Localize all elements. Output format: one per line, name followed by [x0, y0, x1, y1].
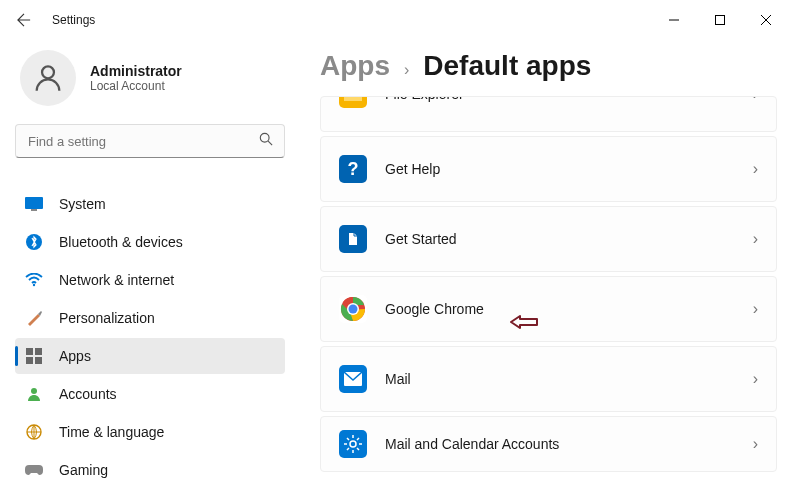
gaming-icon — [25, 461, 43, 479]
sidebar-item-label: Time & language — [59, 424, 164, 440]
sidebar-item-label: Bluetooth & devices — [59, 234, 183, 250]
search-input[interactable] — [15, 124, 285, 158]
sidebar-item-personalization[interactable]: Personalization — [15, 300, 285, 336]
chevron-right-icon: › — [753, 160, 758, 178]
svg-point-1 — [42, 66, 54, 78]
svg-rect-4 — [31, 209, 37, 211]
chevron-right-icon: › — [753, 230, 758, 248]
chevron-right-icon: › — [753, 370, 758, 388]
apps-icon — [25, 347, 43, 365]
app-card-get-help[interactable]: ? Get Help › — [320, 136, 777, 202]
chrome-icon — [339, 295, 367, 323]
close-icon — [761, 15, 771, 25]
app-name: Mail — [385, 371, 411, 387]
file-explorer-icon — [339, 96, 367, 108]
maximize-icon — [715, 15, 725, 25]
breadcrumb: Apps › Default apps — [320, 50, 777, 82]
mail-icon — [339, 365, 367, 393]
app-name: Google Chrome — [385, 301, 484, 317]
back-arrow-icon — [17, 13, 31, 27]
chevron-right-icon: › — [753, 96, 758, 103]
sidebar-item-label: Personalization — [59, 310, 155, 326]
app-card-file-explorer[interactable]: File Explorer › — [320, 96, 777, 132]
breadcrumb-parent[interactable]: Apps — [320, 50, 390, 82]
app-card-get-started[interactable]: Get Started › — [320, 206, 777, 272]
account-name: Administrator — [90, 63, 182, 79]
svg-rect-13 — [344, 96, 362, 101]
app-card-mail[interactable]: Mail › — [320, 346, 777, 412]
svg-rect-9 — [26, 357, 33, 364]
annotation-arrow-icon — [510, 314, 538, 330]
svg-rect-10 — [35, 357, 42, 364]
search-icon — [259, 132, 273, 150]
close-button[interactable] — [743, 4, 789, 36]
back-button[interactable] — [8, 4, 40, 36]
svg-rect-7 — [26, 348, 33, 355]
accounts-icon — [25, 385, 43, 403]
minimize-icon — [669, 15, 679, 25]
sidebar-item-label: Accounts — [59, 386, 117, 402]
chevron-right-icon: › — [404, 61, 409, 79]
minimize-button[interactable] — [651, 4, 697, 36]
sidebar-item-apps[interactable]: Apps — [15, 338, 285, 374]
app-card-mail-calendar-accounts[interactable]: Mail and Calendar Accounts › — [320, 416, 777, 472]
sidebar-item-network[interactable]: Network & internet — [15, 262, 285, 298]
maximize-button[interactable] — [697, 4, 743, 36]
app-name: Get Help — [385, 161, 440, 177]
sidebar-item-gaming[interactable]: Gaming — [15, 452, 285, 488]
sidebar-item-label: Gaming — [59, 462, 108, 478]
chevron-right-icon: › — [753, 435, 758, 453]
app-name: Mail and Calendar Accounts — [385, 436, 559, 452]
svg-point-18 — [350, 441, 356, 447]
account-section[interactable]: Administrator Local Account — [15, 50, 285, 106]
get-started-icon — [339, 225, 367, 253]
svg-point-16 — [349, 305, 358, 314]
sidebar-item-bluetooth[interactable]: Bluetooth & devices — [15, 224, 285, 260]
sidebar-item-label: System — [59, 196, 106, 212]
bluetooth-icon — [25, 233, 43, 251]
sidebar-item-accounts[interactable]: Accounts — [15, 376, 285, 412]
svg-point-11 — [31, 388, 37, 394]
settings-gear-icon — [339, 430, 367, 458]
svg-rect-8 — [35, 348, 42, 355]
chevron-right-icon: › — [753, 300, 758, 318]
svg-rect-0 — [716, 16, 725, 25]
breadcrumb-current: Default apps — [423, 50, 591, 82]
sidebar-item-label: Apps — [59, 348, 91, 364]
system-icon — [25, 195, 43, 213]
account-subtitle: Local Account — [90, 79, 182, 93]
person-icon — [31, 61, 65, 95]
get-help-icon: ? — [339, 155, 367, 183]
app-name: File Explorer — [385, 96, 464, 102]
sidebar-item-system[interactable]: System — [15, 186, 285, 222]
avatar — [20, 50, 76, 106]
window-title: Settings — [52, 13, 95, 27]
brush-icon — [25, 309, 43, 327]
wifi-icon — [25, 271, 43, 289]
globe-icon — [25, 423, 43, 441]
app-card-google-chrome[interactable]: Google Chrome › — [320, 276, 777, 342]
sidebar-item-time[interactable]: Time & language — [15, 414, 285, 450]
app-name: Get Started — [385, 231, 457, 247]
svg-point-6 — [33, 284, 35, 286]
sidebar-item-label: Network & internet — [59, 272, 174, 288]
svg-rect-3 — [25, 197, 43, 209]
svg-point-2 — [260, 133, 269, 142]
